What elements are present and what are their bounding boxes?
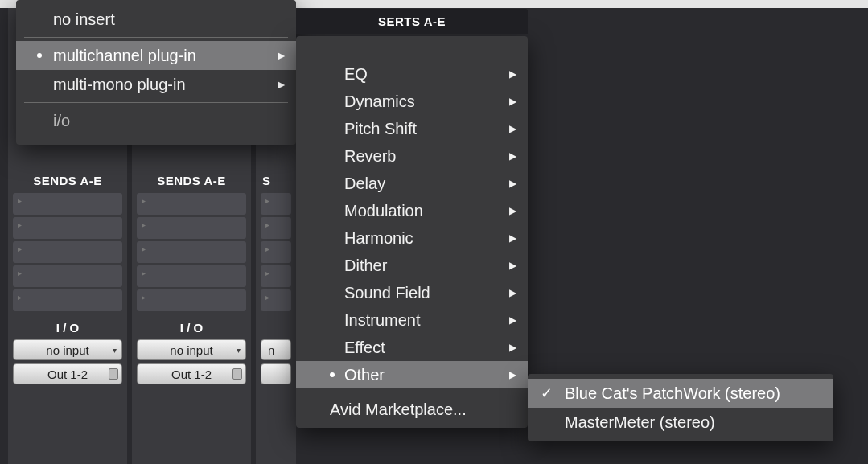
menu-item-dither[interactable]: Dither ▶ <box>296 252 528 279</box>
sends-label-partial: S <box>256 169 296 191</box>
menu-item-label: Other <box>344 366 385 384</box>
chevron-right-icon: ▶ <box>509 96 516 107</box>
send-slot[interactable] <box>261 289 291 311</box>
chevron-right-icon: ▶ <box>509 287 516 298</box>
menu-item-reverb[interactable]: Reverb ▶ <box>296 142 528 170</box>
send-slot[interactable] <box>261 217 291 239</box>
menu-item-label: MasterMeter (stereo) <box>565 413 715 432</box>
chevron-right-icon: ▶ <box>509 150 516 162</box>
menu-item-label: Reverb <box>344 147 396 166</box>
io-section-label: I / O <box>132 319 251 336</box>
menu-item-pitch-shift[interactable]: Pitch Shift ▶ <box>296 115 528 142</box>
chevron-right-icon: ▶ <box>509 369 516 380</box>
menu-item-label: Sound Field <box>344 284 430 302</box>
send-slot[interactable] <box>261 265 291 287</box>
menu-item-label: Instrument <box>344 311 420 330</box>
menu-item-label: Delay <box>344 175 385 193</box>
menu-item-bluecat-patchwork[interactable]: ✓ Blue Cat's PatchWork (stereo) <box>528 379 833 408</box>
menu-item-io[interactable]: i/o <box>16 106 296 135</box>
chevron-right-icon: ▶ <box>509 342 516 353</box>
send-slot[interactable] <box>13 193 122 215</box>
chevron-right-icon: ▶ <box>509 232 516 244</box>
menu-separator <box>24 37 288 38</box>
chevron-right-icon: ▶ <box>278 79 285 90</box>
chevron-right-icon: ▶ <box>278 50 285 61</box>
output-selector[interactable]: Out 1-2 <box>13 363 122 384</box>
io-section-label-partial <box>256 319 296 336</box>
output-label: Out 1-2 <box>47 368 88 381</box>
send-slot[interactable] <box>137 241 246 263</box>
send-slot[interactable] <box>13 289 122 311</box>
menu-item-harmonic[interactable]: Harmonic ▶ <box>296 224 528 252</box>
menu-item-other[interactable]: Other ▶ <box>296 361 528 388</box>
insert-context-menu: no insert multichannel plug-in ▶ multi-m… <box>16 0 296 145</box>
menu-item-dynamics[interactable]: Dynamics ▶ <box>296 88 528 115</box>
io-section-label: I / O <box>8 319 127 336</box>
send-slot[interactable] <box>137 217 246 239</box>
dropdown-caret-icon: ▾ <box>237 346 241 355</box>
plugin-list-menu: ✓ Blue Cat's PatchWork (stereo) MasterMe… <box>528 374 833 441</box>
input-label: no input <box>170 343 212 357</box>
menu-item-label: EQ <box>344 65 368 84</box>
menu-separator <box>24 102 288 103</box>
chevron-right-icon: ▶ <box>509 68 516 80</box>
send-slot[interactable] <box>13 241 122 263</box>
menu-item-label: multichannel plug-in <box>53 47 196 65</box>
chevron-right-icon: ▶ <box>509 260 516 271</box>
selected-bullet-icon <box>330 372 335 377</box>
menu-item-mastermeter[interactable]: MasterMeter (stereo) <box>528 408 833 437</box>
menu-item-multichannel-plugin[interactable]: multichannel plug-in ▶ <box>16 41 296 70</box>
send-slot[interactable] <box>137 265 246 287</box>
menu-item-label: multi-mono plug-in <box>53 76 186 94</box>
menu-item-label: Modulation <box>344 202 423 220</box>
sends-label: SENDS A-E <box>132 169 251 191</box>
menu-item-effect[interactable]: Effect ▶ <box>296 334 528 361</box>
menu-item-no-insert[interactable]: no insert <box>16 5 296 34</box>
menu-item-label: Avid Marketplace... <box>330 400 467 419</box>
menu-item-label: Blue Cat's PatchWork (stereo) <box>565 384 780 403</box>
chevron-right-icon: ▶ <box>509 314 516 326</box>
send-slot[interactable] <box>261 193 291 215</box>
send-slot[interactable] <box>13 265 122 287</box>
output-label: Out 1-2 <box>171 368 212 381</box>
menu-item-avid-marketplace[interactable]: Avid Marketplace... <box>296 396 528 423</box>
output-tab-icon <box>232 368 242 380</box>
menu-item-label: Dither <box>344 257 387 275</box>
menu-item-multimono-plugin[interactable]: multi-mono plug-in ▶ <box>16 70 296 99</box>
menu-item-instrument[interactable]: Instrument ▶ <box>296 306 528 334</box>
output-selector[interactable]: Out 1-2 <box>137 363 246 384</box>
inserts-header-behind: SERTS A-E <box>296 9 528 34</box>
input-label-partial: n <box>268 343 274 357</box>
send-slot[interactable] <box>13 217 122 239</box>
plugin-category-menu: SERTS A-E EQ ▶ Dynamics ▶ Pitch Shift ▶ … <box>296 36 528 428</box>
sends-label: SENDS A-E <box>8 169 127 191</box>
menu-item-delay[interactable]: Delay ▶ <box>296 170 528 197</box>
menu-item-label: Pitch Shift <box>344 120 417 138</box>
send-slot[interactable] <box>137 289 246 311</box>
output-selector-partial[interactable] <box>261 363 291 384</box>
menu-item-label: Harmonic <box>344 229 413 248</box>
chevron-right-icon: ▶ <box>509 178 516 189</box>
menu-item-eq[interactable]: EQ ▶ <box>296 60 528 88</box>
check-icon: ✓ <box>541 384 553 402</box>
menu-item-label: Effect <box>344 339 385 357</box>
input-label: no input <box>46 343 88 357</box>
input-selector[interactable]: no input ▾ <box>137 339 246 360</box>
input-selector-partial[interactable]: n <box>261 339 291 360</box>
send-slot[interactable] <box>261 241 291 263</box>
menu-item-sound-field[interactable]: Sound Field ▶ <box>296 279 528 306</box>
send-slot[interactable] <box>137 193 246 215</box>
chevron-right-icon: ▶ <box>509 205 516 216</box>
selected-bullet-icon <box>37 53 42 58</box>
menu-separator <box>304 392 520 392</box>
chevron-right-icon: ▶ <box>509 123 516 134</box>
dropdown-caret-icon: ▾ <box>113 346 117 355</box>
menu-item-label: no insert <box>53 10 115 29</box>
menu-item-label: i/o <box>53 112 70 130</box>
menu-item-modulation[interactable]: Modulation ▶ <box>296 197 528 224</box>
menu-item-label: Dynamics <box>344 92 415 111</box>
output-tab-icon <box>109 368 118 380</box>
input-selector[interactable]: no input ▾ <box>13 339 122 360</box>
